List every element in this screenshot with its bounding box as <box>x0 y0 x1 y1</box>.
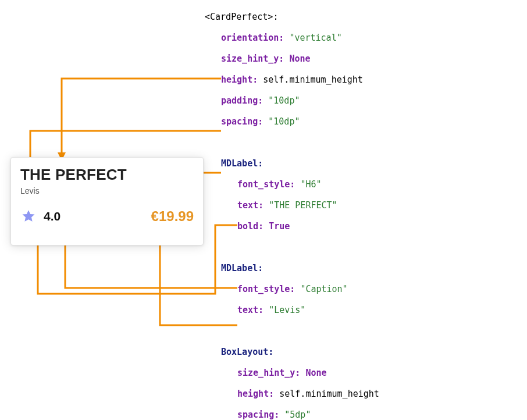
card-title: THE PERFECT <box>20 166 194 184</box>
product-card: THE PERFECT Levis 4.0 €19.99 <box>10 157 204 245</box>
rating-value: 4.0 <box>44 209 60 223</box>
star-icon[interactable] <box>20 208 37 225</box>
card-subtitle: Levis <box>20 186 194 195</box>
kv-code-block: <CardPerfect>: orientation: "vertical" s… <box>205 1 469 420</box>
card-info-row: 4.0 €19.99 <box>20 205 194 228</box>
price-value: €19.99 <box>151 208 194 225</box>
